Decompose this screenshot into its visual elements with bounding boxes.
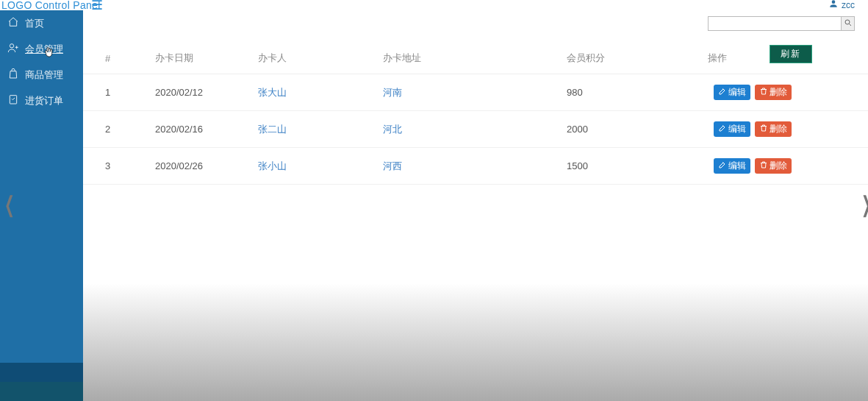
next-arrow-icon[interactable]: ❯ <box>861 191 868 217</box>
search-input[interactable] <box>708 16 842 31</box>
edit-label: 编辑 <box>728 123 746 135</box>
sidebar-item-members[interactable]: 会员管理 <box>0 36 83 62</box>
table-row: 22020/02/16张二山河北2000编辑删除 <box>83 111 868 148</box>
search-button[interactable] <box>842 16 855 31</box>
cell-points: 1500 <box>561 148 708 185</box>
sidebar-item-label: 首页 <box>25 17 44 30</box>
trash-icon <box>759 160 768 171</box>
user-plus-icon <box>7 42 19 56</box>
sidebar-item-home[interactable]: 首页 <box>0 10 83 36</box>
cell-address[interactable]: 河西 <box>377 148 561 185</box>
edit-button[interactable]: 编辑 <box>714 85 750 100</box>
sidebar-item-label: 会员管理 <box>25 43 63 56</box>
sidebar-item-label: 进货订单 <box>25 94 63 107</box>
home-icon <box>7 16 19 30</box>
delete-button[interactable]: 删除 <box>755 85 792 100</box>
edit-icon <box>718 87 727 98</box>
menu-toggle-icon[interactable]: ☰ <box>91 0 103 10</box>
edit-button[interactable]: 编辑 <box>714 158 750 174</box>
user-menu[interactable]: zcc <box>828 0 855 11</box>
cell-index: 1 <box>83 74 149 111</box>
sidebar-footer-accent <box>0 382 83 401</box>
cell-index: 2 <box>83 111 149 148</box>
bag-icon <box>7 68 19 82</box>
search-icon <box>844 18 853 29</box>
col-address: 办卡地址 <box>377 43 561 74</box>
svg-point-2 <box>845 20 850 24</box>
delete-label: 删除 <box>770 160 787 172</box>
search-bar <box>708 16 855 31</box>
trash-icon <box>759 124 768 135</box>
cell-address[interactable]: 河南 <box>377 74 561 111</box>
logo-text: LOGO Control Panel <box>1 0 101 11</box>
cell-ops: 编辑删除 <box>708 111 868 148</box>
delete-label: 删除 <box>770 123 787 135</box>
cell-address[interactable]: 河北 <box>377 111 561 148</box>
edit-button[interactable]: 编辑 <box>714 121 750 137</box>
clipboard-check-icon <box>7 93 19 107</box>
edit-label: 编辑 <box>728 86 746 99</box>
username-label: zcc <box>842 0 855 10</box>
cell-date: 2020/02/26 <box>149 148 252 185</box>
cell-person[interactable]: 张二山 <box>252 111 377 148</box>
cell-date: 2020/02/16 <box>149 111 252 148</box>
prev-arrow-icon[interactable]: ❮ <box>4 191 15 217</box>
cell-person[interactable]: 张小山 <box>252 148 377 185</box>
col-index: # <box>83 43 149 74</box>
svg-point-0 <box>10 44 13 48</box>
cell-points: 980 <box>561 74 708 111</box>
cell-points: 2000 <box>561 111 708 148</box>
table-row: 12020/02/12张大山河南980编辑删除 <box>83 74 868 111</box>
delete-button[interactable]: 删除 <box>755 121 792 137</box>
user-icon <box>828 0 839 11</box>
cell-date: 2020/02/12 <box>149 74 252 111</box>
col-person: 办卡人 <box>252 43 377 74</box>
sidebar-item-orders[interactable]: 进货订单 <box>0 88 83 113</box>
members-table: # 办卡日期 办卡人 办卡地址 会员积分 操作 12020/02/12张大山河南… <box>83 43 868 185</box>
cell-index: 3 <box>83 148 149 185</box>
main-content: 刷新 # 办卡日期 办卡人 办卡地址 会员积分 操作 12020/02/12张大… <box>83 10 868 401</box>
edit-label: 编辑 <box>728 160 746 172</box>
refresh-button[interactable]: 刷新 <box>770 45 812 63</box>
edit-icon <box>718 160 727 171</box>
cell-ops: 编辑删除 <box>708 148 868 185</box>
trash-icon <box>759 87 768 98</box>
col-points: 会员积分 <box>561 43 708 74</box>
delete-label: 删除 <box>770 86 787 99</box>
sidebar-item-label: 商品管理 <box>25 68 63 82</box>
cell-ops: 编辑删除 <box>708 74 868 111</box>
cell-person[interactable]: 张大山 <box>252 74 377 111</box>
table-row: 32020/02/26张小山河西1500编辑删除 <box>83 148 868 185</box>
sidebar-item-products[interactable]: 商品管理 <box>0 62 83 88</box>
delete-button[interactable]: 删除 <box>755 158 792 174</box>
col-date: 办卡日期 <box>149 43 252 74</box>
edit-icon <box>718 124 727 135</box>
